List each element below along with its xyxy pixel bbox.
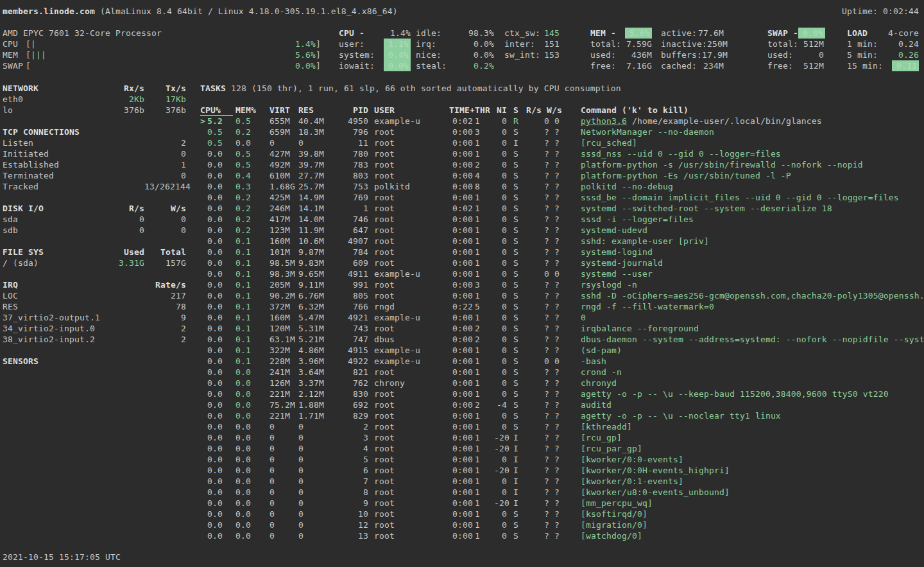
cell-pid: 780 bbox=[334, 148, 368, 159]
cell-user: root bbox=[374, 530, 449, 541]
command-name: sssd_nss --uid 0 --gid 0 --logger=files bbox=[581, 149, 781, 159]
cell-virt: 0 bbox=[270, 509, 298, 519]
cell-res: 0 bbox=[298, 421, 334, 432]
process-row: 0.00.0004root0:001-20I? ?[rcu_par_gp] bbox=[200, 443, 924, 454]
gauge-close-bracket: ] bbox=[316, 60, 321, 71]
cell-ni: 0 bbox=[494, 410, 507, 421]
cell-cpu: 0.0 bbox=[205, 367, 223, 378]
cell-ni: 0 bbox=[494, 170, 507, 181]
cell-ni: -20 bbox=[494, 465, 507, 476]
cell-time: 0:00 bbox=[449, 487, 473, 498]
process-row: 0.00.0221M1.71M829root0:0010S? ?agetty -… bbox=[200, 410, 924, 421]
cell-state: I bbox=[513, 465, 526, 476]
cell-io: ? ? bbox=[526, 345, 566, 356]
stat-label: LOAD bbox=[847, 28, 868, 39]
cell-res: 0 bbox=[298, 509, 334, 519]
cell-ni: 0 bbox=[494, 214, 507, 225]
command-name: systemd-udevd bbox=[581, 225, 647, 235]
cell-virt: 0 bbox=[270, 454, 298, 465]
cell-pid: 4915 bbox=[334, 345, 368, 356]
cell-ni: 0 bbox=[494, 159, 507, 170]
gauge-open-bracket: [ bbox=[26, 39, 31, 49]
selection-marker bbox=[200, 509, 205, 519]
process-row: 0.00.0008root0:0010I? ?[kworker/u8:0-eve… bbox=[200, 487, 924, 498]
process-command: [ksoftirqd/0] bbox=[581, 509, 924, 519]
selection-marker bbox=[200, 345, 205, 356]
cell-virt: 0 bbox=[270, 530, 298, 541]
stat-value: 234M bbox=[703, 60, 724, 71]
stat-line: irq:0.0% bbox=[416, 39, 494, 49]
cell-state: I bbox=[513, 432, 526, 443]
cell-thr: 1 bbox=[475, 257, 494, 268]
selection-marker bbox=[200, 388, 205, 399]
cell-virt: 90.2M bbox=[270, 290, 298, 301]
cell-pid: 829 bbox=[334, 410, 368, 421]
cell-pid: 8 bbox=[334, 487, 368, 498]
process-command: crond -n bbox=[581, 367, 924, 378]
item-value-1 bbox=[103, 148, 144, 159]
process-command: systemd-journald bbox=[581, 257, 924, 268]
list-item: RES78 bbox=[3, 301, 186, 312]
stat-value: 0 bbox=[819, 49, 824, 60]
cell-cpu: 0.0 bbox=[205, 443, 223, 454]
glances-terminal[interactable]: { "titlebar": { "host": "members.linode.… bbox=[0, 0, 924, 567]
process-row: 0.00.1101M9.87M784root0:0010S? ?systemd-… bbox=[200, 247, 924, 257]
process-row: 0.00.1205M9.11M991root0:0030S? ?rsyslogd… bbox=[200, 279, 924, 290]
stat-value: 17.9M bbox=[702, 49, 728, 60]
command-name: agetty -o -p -- \u --keep-baud 115200,38… bbox=[581, 389, 889, 399]
item-value-1: 2Kb bbox=[103, 94, 144, 105]
tasks-title: TASKS bbox=[200, 83, 226, 94]
cell-io: ? ? bbox=[526, 236, 566, 247]
col-s: S bbox=[513, 105, 526, 116]
process-command: sssd_nss --uid 0 --gid 0 --logger=files bbox=[581, 148, 924, 159]
cell-virt: 322M bbox=[270, 345, 298, 356]
quickview: AMD EPYC 7601 32-Core Processor CPU[|1.4… bbox=[3, 28, 321, 71]
cell-res: 0 bbox=[298, 498, 334, 509]
cell-mem: 0.2 bbox=[235, 192, 259, 203]
process-command: [kworker/0:0-events] bbox=[581, 454, 924, 465]
process-row: 0.00.2246M14.1M1root0:0210S? ?systemd --… bbox=[200, 203, 924, 214]
cell-virt: 425M bbox=[270, 192, 298, 203]
stat-line: used:0 bbox=[767, 49, 824, 60]
cell-pid: 10 bbox=[334, 509, 368, 519]
section-col1 bbox=[103, 126, 144, 137]
process-command: systemd-udevd bbox=[581, 225, 924, 236]
cell-io: ? ? bbox=[526, 476, 566, 487]
cell-state: S bbox=[513, 159, 526, 170]
stat-line: MEM -5.6% bbox=[590, 28, 652, 39]
cell-state: S bbox=[513, 345, 526, 356]
cell-state: S bbox=[513, 148, 526, 159]
selection-marker bbox=[200, 399, 205, 410]
cell-cpu: 0.0 bbox=[205, 203, 223, 214]
cell-cpu: 5.2 bbox=[205, 116, 223, 126]
stat-value: 0.26 bbox=[898, 49, 919, 60]
cell-pid: 743 bbox=[334, 323, 368, 334]
cell-ni: 0 bbox=[494, 268, 507, 279]
item-name: eth0 bbox=[3, 94, 103, 105]
list-item: Initiated0 bbox=[3, 148, 186, 159]
cell-state: S bbox=[513, 399, 526, 410]
stat-label: idle: bbox=[416, 28, 441, 39]
gauges: CPU[|1.4%]MEM[|||5.6%]SWAP[0.0%] bbox=[3, 39, 321, 71]
cell-thr: 1 bbox=[475, 487, 494, 498]
cell-user: example-u bbox=[374, 312, 449, 323]
gauge-value: 0.0% bbox=[295, 60, 316, 71]
stat-line: ctx_sw:145 bbox=[504, 28, 560, 39]
process-row: 0.00.4610M27.7M803root0:0040S? ?platform… bbox=[200, 170, 924, 181]
cell-res: 9.11M bbox=[298, 279, 334, 290]
cell-time: 0:00 bbox=[449, 443, 473, 454]
cell-user: dbus bbox=[374, 334, 449, 345]
command-name: platform-python -Es /usr/sbin/tuned -l -… bbox=[581, 171, 791, 180]
selection-marker bbox=[200, 181, 205, 192]
list-item: LOC217 bbox=[3, 290, 186, 301]
selection-marker bbox=[200, 159, 205, 170]
cell-time: 0:00 bbox=[449, 399, 473, 410]
cell-time: 0:00 bbox=[449, 159, 473, 170]
cell-virt: 160M bbox=[270, 312, 298, 323]
cell-time: 0:00 bbox=[449, 137, 473, 148]
sidebar: NETWORKRx/sTx/seth02Kb17Kblo376b376bTCP … bbox=[3, 83, 186, 378]
cell-virt: 221M bbox=[270, 388, 298, 399]
stat-line: 5 min:0.26 bbox=[847, 49, 919, 60]
selection-marker bbox=[200, 225, 205, 236]
panel-mem: MEM -5.6%total:7.59Gused:436Mfree:7.16G bbox=[590, 28, 652, 71]
